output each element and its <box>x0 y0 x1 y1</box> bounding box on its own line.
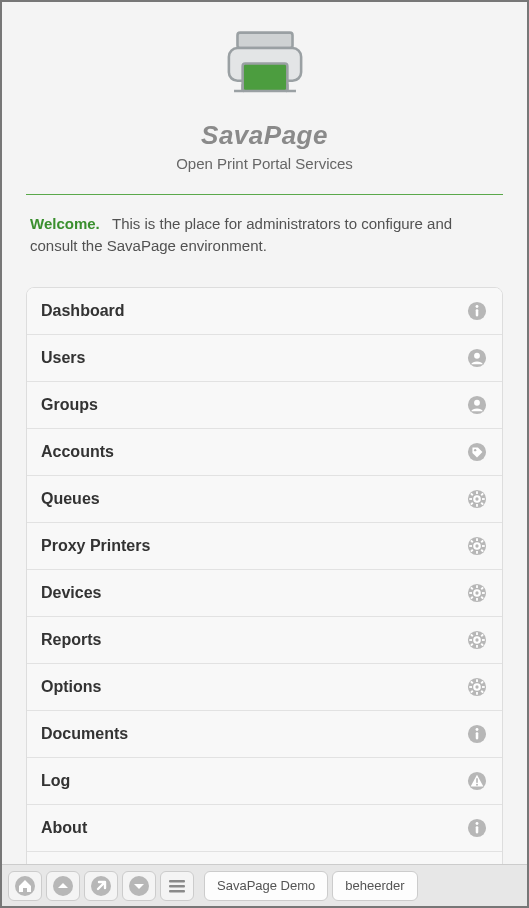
svg-rect-0 <box>237 33 292 48</box>
menu-item-label: Devices <box>41 584 102 602</box>
main-menu: DashboardUsersGroupsAccountsQueuesProxy … <box>26 287 503 899</box>
menu-item-label: Log <box>41 772 70 790</box>
menu-item-label: Queues <box>41 490 100 508</box>
footer-bar: SavaPage Demobeheerder <box>2 864 527 906</box>
menu-item-documents[interactable]: Documents <box>27 711 502 758</box>
app-subtitle: Open Print Portal Services <box>26 155 503 172</box>
welcome-label: Welcome. <box>30 215 100 232</box>
chevron-down-icon <box>128 875 150 897</box>
menu-item-reports[interactable]: Reports <box>27 617 502 664</box>
footer-scroll-dn-button[interactable] <box>122 871 156 901</box>
menu-item-label: About <box>41 819 87 837</box>
info-icon <box>466 817 488 839</box>
footer-user-label: beheerder <box>345 878 404 893</box>
svg-rect-2 <box>242 64 287 92</box>
footer-menu-button[interactable] <box>160 871 194 901</box>
footer-scroll-up-button[interactable] <box>46 871 80 901</box>
menu-item-label: Options <box>41 678 101 696</box>
chevron-up-icon <box>52 875 74 897</box>
gear-icon <box>466 629 488 651</box>
user-icon <box>466 394 488 416</box>
menu-item-groups[interactable]: Groups <box>27 382 502 429</box>
footer-home-button[interactable] <box>8 871 42 901</box>
footer-open-out-button[interactable] <box>84 871 118 901</box>
app-logo <box>26 24 503 114</box>
footer-org-label: SavaPage Demo <box>217 878 315 893</box>
menu-item-label: Groups <box>41 396 98 414</box>
menu-item-accounts[interactable]: Accounts <box>27 429 502 476</box>
gear-icon <box>466 535 488 557</box>
menu-item-users[interactable]: Users <box>27 335 502 382</box>
user-icon <box>466 347 488 369</box>
menu-item-about[interactable]: About <box>27 805 502 852</box>
gear-icon <box>466 488 488 510</box>
menu-item-label: Reports <box>41 631 101 649</box>
tag-icon <box>466 441 488 463</box>
home-icon <box>14 875 36 897</box>
menu-icon <box>166 875 188 897</box>
menu-item-label: Accounts <box>41 443 114 461</box>
menu-item-label: Documents <box>41 725 128 743</box>
footer-org-button[interactable]: SavaPage Demo <box>204 871 328 901</box>
menu-item-label: Proxy Printers <box>41 537 150 555</box>
menu-item-proxy-printers[interactable]: Proxy Printers <box>27 523 502 570</box>
menu-item-label: Dashboard <box>41 302 125 320</box>
app-title: SavaPage <box>26 120 503 151</box>
gear-icon <box>466 676 488 698</box>
menu-item-label: Users <box>41 349 85 367</box>
menu-item-devices[interactable]: Devices <box>27 570 502 617</box>
gear-icon <box>466 582 488 604</box>
info-icon <box>466 723 488 745</box>
welcome-text: Welcome. This is the place for administr… <box>26 213 503 257</box>
footer-user-button[interactable]: beheerder <box>332 871 417 901</box>
menu-item-options[interactable]: Options <box>27 664 502 711</box>
menu-item-log[interactable]: Log <box>27 758 502 805</box>
menu-item-queues[interactable]: Queues <box>27 476 502 523</box>
info-icon <box>466 300 488 322</box>
divider <box>26 194 503 195</box>
alert-icon <box>466 770 488 792</box>
menu-item-dashboard[interactable]: Dashboard <box>27 288 502 335</box>
arrow-up-right-icon <box>90 875 112 897</box>
